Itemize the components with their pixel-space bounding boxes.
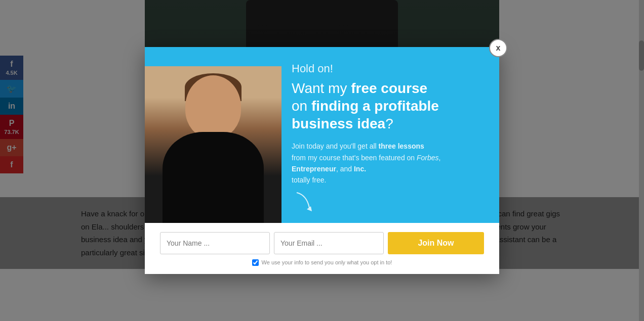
consent-checkbox[interactable] — [252, 259, 259, 266]
signup-modal: x Hold on! Want my free course on findin… — [145, 47, 499, 274]
headline-end: ? — [385, 116, 393, 131]
modal-header: Hold on! Want my free course on finding … — [145, 47, 499, 223]
consent-text: We use your info to send you only what y… — [262, 259, 392, 265]
subtext-intro: Join today and you'll get all — [292, 142, 379, 150]
subtext-bold: three lessons — [379, 142, 424, 150]
subtext-end: totally free. — [292, 176, 326, 184]
signup-form: Join Now — [160, 232, 484, 254]
modal-promo-text: Hold on! Want my free course on finding … — [281, 47, 499, 223]
join-now-button[interactable]: Join Now — [388, 232, 484, 254]
person-image — [145, 66, 281, 223]
person-head — [185, 75, 241, 139]
brand3: Inc. — [354, 165, 366, 173]
headline-part1: Want my — [292, 80, 351, 96]
modal-hold-on: Hold on! — [292, 62, 484, 75]
modal-subtext: Join today and you'll get all three less… — [292, 141, 484, 186]
brand2: Entrepreneur — [292, 165, 336, 173]
subtext-cont: from my course that's been featured on — [292, 154, 417, 162]
modal-close-button[interactable]: x — [489, 39, 507, 57]
modal-headline: Want my free course on finding a profita… — [292, 79, 484, 132]
headline-bold1: free course — [351, 80, 427, 96]
modal-overlay: x Hold on! Want my free course on findin… — [0, 0, 644, 321]
email-input[interactable] — [274, 232, 384, 254]
headline-part2: on — [292, 98, 311, 114]
person-body — [163, 132, 264, 223]
brand-sep: , and — [336, 165, 354, 173]
close-icon: x — [496, 43, 501, 53]
consent-row: We use your info to send you only what y… — [160, 259, 484, 266]
modal-person-photo — [145, 66, 281, 223]
arrow-decoration — [292, 190, 317, 213]
modal-form-area: Join Now We use your info to send you on… — [145, 223, 499, 274]
brand1: Forbes — [417, 154, 439, 162]
name-input[interactable] — [160, 232, 270, 254]
headline-bold2: finding a profitable business idea — [292, 98, 439, 131]
